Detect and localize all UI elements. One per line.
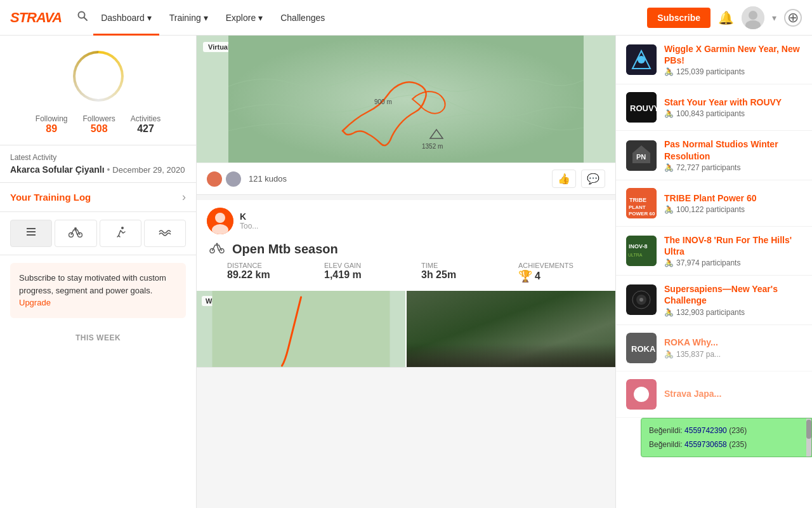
challenge-item-rouvy[interactable]: ROUVY Start Your Year with ROUVY 🚴 100,8… — [616, 84, 812, 131]
svg-text:INOV-8: INOV-8 — [629, 243, 648, 250]
challenge-logo-supersapiens — [626, 284, 657, 315]
svg-text:ROKA: ROKA — [631, 344, 656, 354]
notification-bell-icon[interactable]: 🔔 — [718, 10, 734, 25]
challenge-item-garmin[interactable]: Wiggle X Garmin New Year, New PBs! 🚴 125… — [616, 36, 812, 84]
chevron-down-icon[interactable]: ▾ — [772, 13, 776, 23]
post-forest-image[interactable] — [407, 291, 615, 367]
post-map-image[interactable]: Workout — [197, 291, 405, 367]
bike-icon: 🚴 — [664, 205, 674, 214]
nav-training[interactable]: Training ▾ — [162, 8, 216, 28]
challenge-item-roka[interactable]: ROKA ROKA Why... 🚴 135,837 pa... — [616, 325, 812, 371]
challenge-name-strava-japan: Strava Japa... — [664, 388, 802, 399]
activity-map: Virtual — [197, 36, 615, 163]
challenge-info-strava-japan: Strava Japa... — [664, 388, 802, 399]
cycling-icon — [207, 242, 227, 257]
notif-link-2[interactable]: 4559730658 — [684, 440, 727, 449]
svg-line-1 — [84, 18, 88, 21]
challenge-logo-rouvy: ROUVY — [626, 92, 657, 123]
challenge-info-inov8: The INOV-8 'Run For The Hills' Ultra 🚴 3… — [664, 234, 802, 267]
scrollbar-thumb — [806, 420, 811, 439]
left-sidebar: Following 89 Followers 508 Activities 42… — [0, 36, 197, 508]
following-stat[interactable]: Following 89 — [36, 114, 68, 135]
chevron-down-icon: ▾ — [258, 13, 263, 23]
map-activity-card: Virtual — [197, 36, 615, 195]
nav-explore[interactable]: Explore ▾ — [218, 8, 270, 28]
challenge-logo-strava-japan — [626, 379, 657, 410]
challenge-name-tribe: TRIBE Plant Power 60 — [664, 192, 802, 204]
supersapiens-participants: 🚴 132,903 participants — [664, 308, 802, 317]
challenge-logo-tribe: TRIBEPLANTPOWER 60 — [626, 188, 657, 218]
strava-logo[interactable]: STRAVA — [10, 10, 62, 26]
svg-rect-6 — [27, 231, 36, 232]
svg-point-25 — [638, 56, 645, 64]
post-user-avatar[interactable] — [207, 208, 233, 234]
svg-point-17 — [215, 213, 225, 223]
kudos-actions: 👍 💬 — [552, 170, 605, 188]
bike-icon: 🚴 — [664, 163, 674, 172]
filter-swimming-button[interactable] — [144, 220, 186, 247]
distance-stat: Distance 89.22 km — [227, 262, 314, 283]
this-week-label: THIS WEEK — [0, 326, 196, 350]
challenge-info-supersapiens: Supersapiens—New Year's Challenge 🚴 132,… — [664, 283, 802, 316]
svg-point-45 — [634, 387, 649, 402]
subscribe-button[interactable]: Subscribe — [647, 8, 710, 28]
notification-line-1: Beğenildi: 4559742390 (236) — [649, 424, 804, 438]
challenge-name-pns: Pas Normal Studios Winter Resolution — [664, 138, 802, 161]
filter-cycling-button[interactable] — [55, 220, 96, 247]
svg-text:900 m: 900 m — [374, 98, 392, 105]
filter-all-button[interactable] — [10, 220, 52, 247]
challenge-logo-inov8: INOV-8ULTRA — [626, 236, 657, 266]
kudos-avatar-1 — [207, 171, 222, 187]
challenge-name-rouvy: Start Your Year with ROUVY — [664, 97, 802, 108]
latest-activity-section: Latest Activity Akarca Sofular Çiyanlı •… — [0, 145, 196, 183]
user-avatar-header[interactable] — [742, 6, 764, 29]
followers-stat[interactable]: Followers 508 — [83, 114, 115, 135]
elev-gain-stat: Elev Gain 1,419 m — [324, 262, 411, 283]
challenge-item-inov8[interactable]: INOV-8ULTRA The INOV-8 'Run For The Hill… — [616, 227, 812, 276]
training-log-title: Your Training Log — [10, 192, 91, 203]
kudos-avatar-2 — [226, 171, 241, 187]
trophy-icon: 🏆 — [518, 269, 532, 283]
scrollbar[interactable] — [806, 418, 811, 457]
activities-stat[interactable]: Activities 427 — [131, 114, 160, 135]
notif-link-1[interactable]: 4559742390 — [684, 426, 727, 435]
nav-challenges[interactable]: Challenges — [273, 8, 332, 28]
upgrade-link[interactable]: Upgrade — [19, 298, 51, 307]
challenge-info-garmin: Wiggle X Garmin New Year, New PBs! 🚴 125… — [664, 43, 802, 76]
activity-title[interactable]: Open Mtb season — [232, 242, 338, 257]
time-stat: Time 3h 25m — [421, 262, 508, 283]
filter-running-button[interactable] — [100, 220, 141, 247]
svg-rect-5 — [27, 228, 36, 229]
add-activity-icon[interactable]: ⊕ — [784, 9, 802, 27]
svg-text:PLANT: PLANT — [629, 204, 646, 210]
challenge-item-strava-japan[interactable]: Strava Japa... — [616, 371, 812, 418]
training-log-row[interactable]: Your Training Log › — [0, 183, 196, 212]
post-user-info: K Too... — [240, 211, 258, 231]
challenge-name-roka: ROKA Why... — [664, 337, 802, 348]
challenge-item-pns[interactable]: PN Pas Normal Studios Winter Resolution … — [616, 131, 812, 180]
subscribe-promo: Subscribe to stay motivated with custom … — [10, 263, 186, 318]
challenge-info-tribe: TRIBE Plant Power 60 🚴 100,122 participa… — [664, 192, 802, 214]
nav-dashboard[interactable]: Dashboard ▾ — [93, 8, 159, 28]
challenge-info-roka: ROKA Why... 🚴 135,837 pa... — [664, 337, 802, 358]
challenge-item-tribe[interactable]: TRIBEPLANTPOWER 60 TRIBE Plant Power 60 … — [616, 180, 812, 227]
thumbs-up-button[interactable]: 👍 — [552, 170, 576, 188]
avatar-ring[interactable] — [73, 51, 124, 102]
pns-participants: 🚴 72,727 participants — [664, 163, 802, 172]
challenge-logo-roka: ROKA — [626, 333, 657, 363]
header-right: Subscribe 🔔 ▾ ⊕ — [647, 6, 802, 29]
garmin-participants: 🚴 125,039 participants — [664, 67, 802, 76]
svg-text:PN: PN — [636, 153, 646, 161]
inov8-participants: 🚴 37,974 participants — [664, 258, 802, 267]
svg-text:ROUVY: ROUVY — [630, 104, 657, 113]
bike-icon: 🚴 — [664, 350, 674, 359]
latest-activity-name[interactable]: Akarca Sofular Çiyanlı • December 29, 20… — [10, 164, 186, 175]
post-username[interactable]: K — [240, 211, 258, 222]
challenge-info-rouvy: Start Your Year with ROUVY 🚴 100,843 par… — [664, 97, 802, 118]
challenge-item-supersapiens[interactable]: Supersapiens—New Year's Challenge 🚴 132,… — [616, 276, 812, 324]
comment-button[interactable]: 💬 — [581, 170, 605, 188]
avatar-inner — [75, 53, 121, 99]
svg-point-41 — [639, 298, 643, 302]
kudos-row: 121 kudos 👍 💬 — [197, 163, 615, 194]
search-button[interactable] — [72, 5, 93, 30]
